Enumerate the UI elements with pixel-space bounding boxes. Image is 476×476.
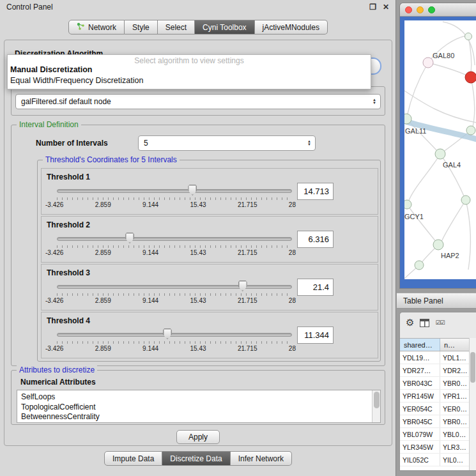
threshold-value-field[interactable]: 6.316 <box>297 231 334 248</box>
slider-track[interactable] <box>57 189 292 193</box>
mac-zoom-icon[interactable] <box>428 6 435 13</box>
tab-label: Network <box>88 23 116 32</box>
network-node[interactable] <box>465 33 472 40</box>
table-row[interactable]: YPR145W YPR1… <box>400 390 469 403</box>
tab-impute-data[interactable]: Impute Data <box>104 451 162 466</box>
cell[interactable]: YPR145W <box>400 390 440 402</box>
attributes-scrollbar[interactable] <box>372 390 380 422</box>
tab-network[interactable]: Network <box>68 20 125 35</box>
table-row[interactable]: YBR043C YBR0… <box>400 377 469 390</box>
cell[interactable]: YER0… <box>440 403 469 415</box>
table-header-row: shared… n… <box>400 338 476 351</box>
column-header-shared[interactable]: shared… <box>400 339 440 351</box>
interval-definition-title: Interval Definition <box>17 120 81 129</box>
cell[interactable]: YBR045C <box>400 415 440 427</box>
cell[interactable]: YPR1… <box>440 390 469 402</box>
float-window-icon[interactable]: ❐ <box>369 3 376 12</box>
cell[interactable]: YDR2… <box>440 364 469 376</box>
network-node-selected[interactable] <box>465 72 476 83</box>
table-scrollbar[interactable] <box>469 338 476 470</box>
cell[interactable]: YBL0… <box>440 428 469 440</box>
network-node-gal4[interactable] <box>435 149 445 159</box>
slider-thumb[interactable] <box>125 233 134 243</box>
slider-track[interactable] <box>57 237 292 241</box>
attributes-listbox[interactable]: SelfLoops TopologicalCoefficient Between… <box>17 390 381 423</box>
table-columns-icon[interactable] <box>420 319 429 327</box>
mac-minimize-icon[interactable] <box>417 6 424 13</box>
table-panel-header[interactable]: Table Panel <box>397 293 476 309</box>
slider-track[interactable] <box>57 285 292 289</box>
threshold-slider-3[interactable] <box>57 281 292 293</box>
threshold-slider-1[interactable] <box>57 185 292 197</box>
number-of-intervals-combobox[interactable]: 5 ▲▼ <box>138 135 316 151</box>
attribute-item[interactable]: BetweennessCentrality <box>21 412 380 422</box>
tab-infer-network[interactable]: Infer Network <box>231 451 292 466</box>
network-node[interactable] <box>415 261 424 270</box>
tab-jactivemodules[interactable]: jActiveMNodules <box>255 20 328 35</box>
cell[interactable]: YDR27… <box>400 364 440 376</box>
table-row[interactable]: YER054C YER0… <box>400 403 469 415</box>
network-node-gcy1[interactable] <box>404 200 411 209</box>
cell[interactable]: YDL19… <box>400 351 440 364</box>
cell[interactable]: YBR043C <box>400 377 440 389</box>
network-node-gal11[interactable] <box>404 114 411 124</box>
stepper-arrows-icon[interactable]: ▲▼ <box>307 140 311 146</box>
table-row[interactable]: YIL052C YIL0… <box>400 454 469 466</box>
gear-icon[interactable]: ⚙ <box>406 317 414 328</box>
cell[interactable]: YER054C <box>400 403 440 415</box>
algorithm-option-manual[interactable]: Manual Discretization <box>10 65 93 74</box>
threshold-value-field[interactable]: 14.713 <box>297 183 334 200</box>
network-view-frame: GAL80 GAL11 GAL4 GCY1 HAP2 <box>400 17 476 288</box>
stepper-arrows-icon[interactable]: ▲▼ <box>372 98 376 105</box>
cell[interactable]: YLR3… <box>440 441 469 453</box>
network-node[interactable] <box>461 196 470 204</box>
tab-select[interactable]: Select <box>158 20 195 35</box>
table-row[interactable]: YBL079W YBL0… <box>400 428 469 441</box>
apply-button[interactable]: Apply <box>176 430 220 444</box>
slider-track[interactable] <box>57 333 292 337</box>
cell[interactable]: YIL052C <box>400 454 440 466</box>
table-row[interactable]: YLR345W YLR3… <box>400 441 469 454</box>
cell[interactable]: YIL0… <box>440 454 469 466</box>
cell[interactable]: YDL1… <box>440 351 469 364</box>
network-node-gal80[interactable] <box>423 58 433 68</box>
attributes-group-title: Attributes to discretize <box>17 365 97 374</box>
scale-tick-label: 21.715 <box>238 249 257 256</box>
tab-discretize-data[interactable]: Discretize Data <box>162 451 230 466</box>
mac-close-icon[interactable] <box>405 6 412 13</box>
threshold-value-field[interactable]: 11.344 <box>297 326 334 344</box>
threshold-value-field[interactable]: 21.4 <box>297 279 334 296</box>
threshold-slider-4[interactable] <box>57 329 292 341</box>
table-row[interactable]: YDR27… YDR2… <box>400 364 469 377</box>
tab-style[interactable]: Style <box>125 20 158 35</box>
algorithm-placeholder: Select algorithm to view settings <box>8 56 371 65</box>
cell[interactable]: YBL079W <box>400 428 440 440</box>
node-label-gal11: GAL11 <box>405 127 426 135</box>
scale-tick-label: -3.426 <box>45 297 63 304</box>
cell[interactable]: YBR0… <box>440 415 469 427</box>
tab-cyni-toolbox[interactable]: Cyni Toolbox <box>195 20 254 35</box>
checkbox-icons[interactable]: ☑☑ <box>435 319 444 326</box>
threshold-slider-2[interactable] <box>57 233 292 245</box>
attribute-item[interactable]: TopologicalCoefficient <box>21 403 380 413</box>
close-window-icon[interactable]: ✕ <box>383 3 389 12</box>
cyni-toolbox-panel: Discretization Algorithm Select algorith… <box>4 40 392 446</box>
desktop: Control Panel ❐ ✕ <box>0 0 476 476</box>
numerical-attributes-label: Numerical Attributes <box>20 378 96 387</box>
algorithm-option-equal-width[interactable]: Equal Width/Frequency Discretization <box>10 76 143 85</box>
cell[interactable]: YBR0… <box>440 377 469 389</box>
slider-thumb[interactable] <box>238 280 247 291</box>
table-row[interactable]: YBR045C YBR0… <box>400 415 469 428</box>
scrollbar-thumb[interactable] <box>374 392 380 408</box>
network-node-hap2[interactable] <box>433 240 443 250</box>
slider-thumb[interactable] <box>163 328 172 339</box>
scrollbar-thumb[interactable] <box>470 352 475 383</box>
slider-thumb[interactable] <box>188 185 197 196</box>
network-canvas[interactable]: GAL80 GAL11 GAL4 GCY1 HAP2 <box>404 20 476 279</box>
network-node[interactable] <box>466 126 475 135</box>
slider-ticks <box>57 197 292 200</box>
table-data-combobox[interactable]: galFiltered.sif default node ▲▼ <box>15 94 381 109</box>
attribute-item[interactable]: SelfLoops <box>21 392 380 403</box>
cell[interactable]: YLR345W <box>400 441 440 453</box>
table-row[interactable]: YDL19… YDL1… <box>400 351 469 364</box>
